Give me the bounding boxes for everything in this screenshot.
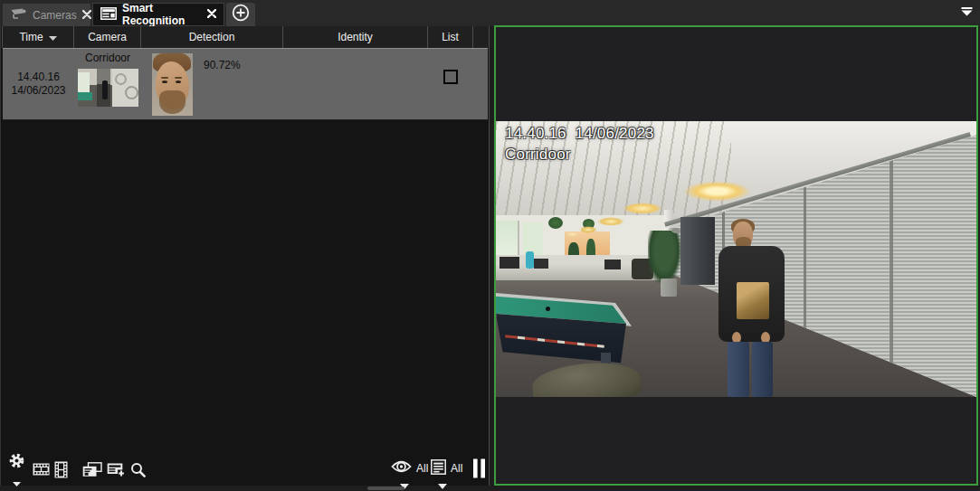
- scene-person: [718, 219, 785, 397]
- face-eye: [162, 80, 167, 83]
- plus-circle-icon: [232, 4, 250, 25]
- face-eye: [176, 80, 181, 83]
- scene-ceiling-light: [683, 181, 751, 202]
- detection-cell: 90.72%: [141, 49, 283, 119]
- tab-smart-recognition[interactable]: Smart Recognition: [92, 3, 224, 26]
- scene-office: [496, 215, 670, 280]
- person-leg: [728, 342, 749, 397]
- detection-date: 14/06/2023: [11, 84, 65, 98]
- search-button[interactable]: [130, 462, 146, 481]
- column-header-time[interactable]: Time: [2, 26, 74, 48]
- list-filter-value: All: [451, 462, 462, 475]
- identity-cell: [283, 49, 428, 119]
- column-header-identity[interactable]: Identity: [283, 26, 428, 48]
- pause-button[interactable]: [472, 458, 486, 482]
- identity-card-add-icon: [107, 462, 126, 481]
- scene-potted-plant: [648, 231, 680, 283]
- face-brow: [161, 77, 168, 79]
- results-panel: Time Camera Detection Identity List 14.4…: [0, 26, 490, 486]
- tab-cameras[interactable]: Cameras: [3, 4, 90, 26]
- scene-ceiling-light: [579, 226, 597, 233]
- scene-hanging-plant: [548, 217, 563, 229]
- id-card-icon: [100, 7, 117, 23]
- scene-monitor: [534, 259, 548, 269]
- horizontal-scrollbar-thumb[interactable]: [367, 486, 404, 490]
- gear-icon: [8, 452, 25, 473]
- video-frame: 14.40.16 14/06/2023 Corridoor: [496, 121, 976, 397]
- thumb-person: [102, 80, 108, 99]
- list-icon: [431, 459, 446, 477]
- column-header-list[interactable]: List: [428, 26, 473, 48]
- face-brow: [175, 77, 182, 79]
- camera-thumbnail: [78, 69, 138, 107]
- time-cell: 14.40.16 14/06/2023: [3, 49, 74, 119]
- list-cell: [428, 49, 473, 119]
- column-label: Time: [19, 31, 43, 43]
- column-label: Detection: [189, 31, 235, 43]
- filmstrip-vertical-icon: [54, 461, 68, 482]
- face-beard: [159, 90, 186, 114]
- pause-icon: [472, 466, 486, 481]
- pool-ball: [546, 307, 550, 311]
- person-shirt-graphic: [737, 282, 769, 319]
- list-filter-dropdown[interactable]: All: [431, 459, 462, 477]
- detection-time: 14.40.16: [17, 71, 60, 84]
- collapse-panel-button[interactable]: [959, 6, 975, 19]
- table-header: Time Camera Detection Identity List: [2, 26, 489, 48]
- video-tile-corridoor[interactable]: 14.40.16 14/06/2023 Corridoor: [494, 25, 978, 486]
- person-leg: [752, 342, 773, 397]
- thumb-pattern-circle: [125, 86, 138, 99]
- scene-plant-pot: [661, 279, 677, 297]
- camera-cell: Corridoor: [74, 49, 141, 119]
- thumb-window: [78, 72, 90, 92]
- camera-filter-dropdown[interactable]: All: [391, 459, 428, 477]
- chevron-down-icon: [13, 474, 21, 490]
- toolbar-left: [8, 458, 146, 485]
- thumb-pool-table: [78, 92, 92, 100]
- column-header-stub: [473, 26, 489, 48]
- camera-filter-value: All: [416, 462, 428, 475]
- column-label: Identity: [338, 31, 373, 43]
- overlay-timestamp: 14.40.16 14/06/2023: [505, 125, 654, 143]
- thumb-pattern-circle: [115, 73, 127, 85]
- search-icon: [130, 462, 146, 481]
- tab-bar: Cameras Smart Recognition: [0, 0, 980, 26]
- collapse-panel-icon: [960, 5, 974, 21]
- scene-ceiling-light: [566, 231, 579, 237]
- identity-cards-button[interactable]: [82, 462, 102, 481]
- eye-icon: [391, 459, 412, 477]
- camera-name: Corridoor: [85, 52, 130, 64]
- close-icon[interactable]: [207, 8, 216, 21]
- tab-label: Smart Recognition: [122, 2, 202, 27]
- close-icon[interactable]: [82, 9, 91, 22]
- scene-ceiling-light: [623, 203, 662, 214]
- detection-row[interactable]: 14.40.16 14/06/2023 Corridoor: [3, 48, 488, 120]
- column-header-camera[interactable]: Camera: [74, 26, 141, 48]
- cctv-camera-icon: [10, 8, 27, 23]
- column-label: List: [442, 31, 459, 43]
- sort-desc-icon: [49, 31, 57, 43]
- face-thumbnail: [152, 53, 193, 116]
- identity-cards-icon: [82, 462, 102, 481]
- tab-label: Cameras: [33, 9, 77, 22]
- column-label: Camera: [88, 31, 127, 43]
- settings-button[interactable]: [8, 452, 25, 490]
- smart-recognition-window: Cameras Smart Recognition: [0, 0, 980, 491]
- overlay-camera-name: Corridoor: [505, 146, 571, 164]
- new-tab-button[interactable]: [226, 3, 255, 26]
- identity-card-add-button[interactable]: [107, 462, 126, 481]
- list-checkbox[interactable]: [443, 70, 458, 84]
- filmstrip-vertical-button[interactable]: [54, 461, 68, 482]
- column-header-detection[interactable]: Detection: [141, 26, 283, 48]
- scene-monitor: [604, 260, 621, 269]
- confidence-value: 90.72%: [204, 59, 241, 71]
- scene-ceiling-light: [597, 217, 624, 226]
- filmstrip-horizontal-button[interactable]: [33, 463, 50, 479]
- scene-monitor: [500, 257, 519, 269]
- chevron-down-icon[interactable]: [438, 477, 447, 491]
- scene-smoke-detector: [671, 228, 680, 233]
- filmstrip-horizontal-icon: [33, 463, 50, 479]
- scene-locker: [680, 217, 715, 285]
- scene-teal-cloth: [526, 251, 534, 269]
